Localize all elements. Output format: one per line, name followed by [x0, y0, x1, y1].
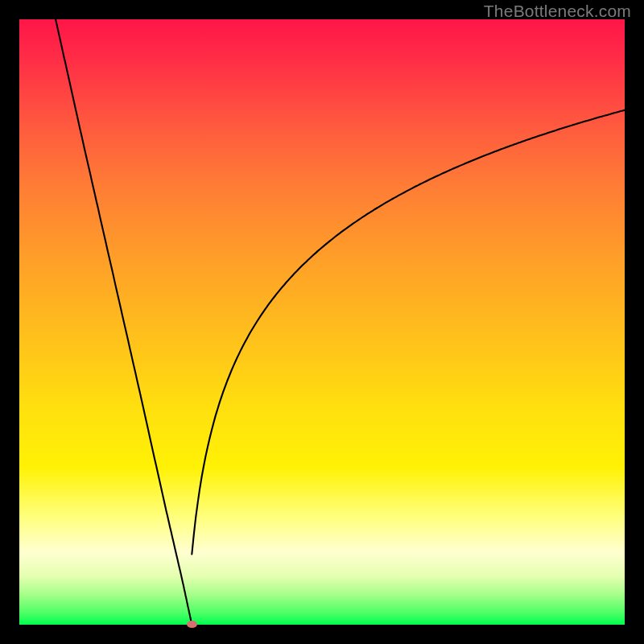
watermark-text: TheBottleneck.com: [484, 2, 631, 21]
plot-area: [19, 19, 625, 625]
minimum-marker: [187, 621, 197, 628]
bottleneck-curve: [19, 19, 625, 625]
chart-frame: TheBottleneck.com: [0, 0, 644, 644]
curve-right-branch: [192, 110, 625, 555]
curve-left-branch: [56, 19, 192, 625]
